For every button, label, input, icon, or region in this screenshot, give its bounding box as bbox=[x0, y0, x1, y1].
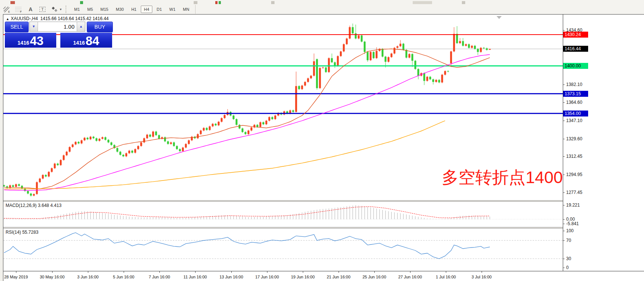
indicators-icon[interactable]: E bbox=[1, 5, 12, 13]
sell-price-display[interactable]: 1416 43 bbox=[5, 33, 56, 48]
candle-body bbox=[298, 86, 300, 89]
timeframe-button-m5[interactable]: M5 bbox=[84, 6, 96, 13]
candle-body bbox=[81, 140, 83, 143]
time-tick-mark bbox=[410, 271, 410, 273]
candle-body bbox=[42, 175, 44, 179]
candle-body bbox=[403, 44, 405, 50]
timeframe-button-m30[interactable]: M30 bbox=[113, 6, 127, 13]
timeframe-button-d1[interactable]: D1 bbox=[154, 6, 165, 13]
volume-increase-button[interactable]: ▲ bbox=[77, 22, 85, 31]
candle-body bbox=[486, 48, 488, 50]
timeframe-button-h1[interactable]: H1 bbox=[128, 6, 139, 13]
candle-body bbox=[27, 191, 29, 194]
candle-body bbox=[316, 59, 318, 88]
time-tick-mark bbox=[339, 271, 339, 273]
time-axis[interactable]: 28 May 201930 May 16:003 Jun 16:005 Jun … bbox=[3, 271, 644, 281]
candle-body bbox=[477, 49, 479, 52]
candle-body bbox=[84, 138, 86, 140]
candle-body bbox=[99, 139, 101, 141]
candle-body bbox=[438, 80, 440, 83]
candle-body bbox=[400, 44, 402, 46]
candle-body bbox=[304, 82, 306, 86]
volume-spinner: ▼ 1.00 ▲ bbox=[29, 22, 85, 32]
time-tick-mark bbox=[159, 271, 160, 273]
price-axis[interactable]: 1434.601382.101364.601347.101329.601312.… bbox=[563, 15, 644, 271]
level-price-badge: 1400.00 bbox=[563, 63, 588, 69]
timeframe-button-m1[interactable]: M1 bbox=[71, 6, 83, 13]
candle-body bbox=[343, 44, 345, 51]
level-price-badge: 1430.24 bbox=[563, 32, 588, 38]
grid-icon[interactable]: F bbox=[13, 5, 24, 13]
candle-body bbox=[376, 51, 378, 58]
candle-body bbox=[143, 138, 145, 142]
time-tick-mark bbox=[267, 271, 267, 273]
candle-body bbox=[257, 125, 258, 127]
trading-terminal: E F A T ▼ M1M5M15M30H1H4D1W1MN ▲XAUUSD-,… bbox=[0, 0, 644, 281]
toolbar-separator-line bbox=[195, 5, 196, 14]
candle-body bbox=[218, 122, 220, 125]
axis-tick-mark bbox=[563, 231, 565, 231]
ma-slow-line bbox=[4, 121, 445, 189]
sell-button[interactable]: SELL bbox=[5, 22, 29, 32]
rsi-panel[interactable]: RSI(14) 55.7283 bbox=[3, 229, 563, 271]
price-tick-label: 1382.10 bbox=[566, 82, 582, 87]
candle-body bbox=[319, 68, 321, 88]
level-price-badge: 1354.00 bbox=[563, 111, 588, 116]
time-tick-label: 3 Jun 16:00 bbox=[77, 275, 99, 279]
time-tick-mark bbox=[124, 271, 124, 273]
time-tick-label: 5 Jun 16:00 bbox=[113, 275, 134, 279]
candle-body bbox=[54, 164, 56, 168]
timeframe-button-h4[interactable]: H4 bbox=[141, 6, 152, 13]
candle-body bbox=[441, 75, 443, 83]
collapse-panel-arrow[interactable]: ▲ bbox=[6, 17, 9, 21]
buy-price-display[interactable]: 1416 84 bbox=[60, 33, 112, 48]
time-tick-mark bbox=[16, 271, 16, 273]
time-tick-label: 30 May 16:00 bbox=[40, 275, 65, 279]
candle-body bbox=[209, 127, 211, 130]
candle-body bbox=[423, 73, 425, 81]
candle-body bbox=[236, 119, 238, 125]
chart-text-annotation[interactable]: 多空转折点1400 bbox=[442, 169, 563, 186]
clipped-icon-artifact bbox=[80, 1, 83, 4]
timeframe-button-w1[interactable]: W1 bbox=[166, 6, 179, 13]
candle-body bbox=[188, 140, 190, 144]
time-tick-mark bbox=[231, 271, 232, 273]
time-tick-mark bbox=[374, 271, 375, 273]
shapes-icon[interactable]: ▼ bbox=[49, 5, 64, 13]
sell-price-handle: 1416 bbox=[18, 40, 29, 47]
price-tick-label: 19.221 bbox=[566, 202, 580, 208]
candle-body bbox=[69, 147, 71, 151]
candle-body bbox=[301, 86, 303, 89]
chart-shift-marker-icon[interactable] bbox=[497, 16, 502, 19]
candle-body bbox=[167, 141, 169, 144]
svg-text:F: F bbox=[20, 10, 22, 13]
time-tick-label: 27 Jun 16:00 bbox=[398, 275, 422, 279]
candle-body bbox=[412, 54, 413, 61]
candle-body bbox=[18, 184, 20, 186]
timeframe-button-m15[interactable]: M15 bbox=[98, 6, 111, 13]
ma-medium-line bbox=[4, 55, 490, 191]
chevron-down-icon: ▼ bbox=[59, 8, 62, 11]
text-box-icon[interactable]: T bbox=[37, 5, 48, 13]
candle-body bbox=[364, 42, 366, 52]
timeframe-button-mn[interactable]: MN bbox=[180, 6, 192, 13]
candle-body bbox=[120, 152, 121, 155]
clipped-toolbar-row bbox=[0, 0, 644, 4]
candle-body bbox=[48, 172, 50, 176]
candle-body bbox=[409, 54, 410, 58]
macd-panel[interactable]: MACD(12,26,9) 3.648 4.413 bbox=[3, 202, 563, 227]
candle-body bbox=[397, 46, 399, 48]
level-price-badge: 1373.15 bbox=[563, 91, 588, 97]
volume-decrease-button[interactable]: ▼ bbox=[30, 22, 38, 31]
candle-body bbox=[215, 124, 217, 125]
buy-button[interactable]: BUY bbox=[87, 22, 113, 32]
main-chart-area[interactable]: ▲XAUUSD-,H4 1415.66 1416.64 1415.42 1416… bbox=[3, 15, 563, 200]
candle-body bbox=[248, 131, 250, 134]
candle-body bbox=[385, 57, 387, 62]
candle-body bbox=[111, 143, 112, 145]
volume-value[interactable]: 1.00 bbox=[38, 22, 77, 31]
text-label-icon[interactable]: A bbox=[25, 5, 36, 13]
candle-body bbox=[340, 51, 342, 56]
candle-body bbox=[33, 194, 35, 195]
candle-body bbox=[426, 77, 428, 81]
